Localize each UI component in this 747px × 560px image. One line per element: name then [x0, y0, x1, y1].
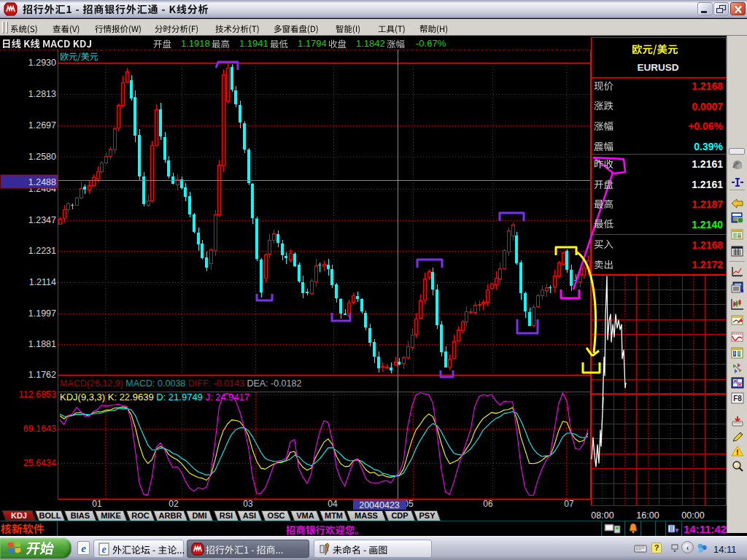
svg-text:1.1997: 1.1997 — [28, 308, 56, 319]
svg-text:07: 07 — [564, 499, 574, 509]
svg-text:1.1762: 1.1762 — [28, 370, 56, 380]
svg-text:1.2140: 1.2140 — [692, 219, 723, 230]
svg-text:04: 04 — [328, 499, 338, 509]
svg-text:1.2161: 1.2161 — [692, 158, 723, 170]
svg-text:25.6434: 25.6434 — [23, 458, 56, 468]
svg-text:112.6853: 112.6853 — [19, 389, 56, 400]
svg-text:1.2168: 1.2168 — [692, 80, 723, 92]
svg-text:1.2172: 1.2172 — [692, 259, 723, 271]
svg-text:1.2161: 1.2161 — [692, 179, 723, 190]
svg-text:1.2697: 1.2697 — [28, 120, 56, 131]
svg-text:1.2813: 1.2813 — [28, 89, 56, 99]
svg-text:1.1881: 1.1881 — [28, 339, 56, 349]
svg-text:03: 03 — [243, 499, 253, 509]
svg-text:06: 06 — [483, 499, 493, 509]
svg-text:08:00: 08:00 — [591, 510, 614, 521]
svg-text:0.39%: 0.39% — [694, 141, 723, 152]
svg-text:16:00: 16:00 — [636, 510, 659, 521]
svg-text:00:00: 00:00 — [681, 510, 704, 521]
svg-text:1.2168: 1.2168 — [692, 239, 723, 251]
svg-text:02: 02 — [169, 499, 179, 509]
svg-text:1.2347: 1.2347 — [28, 215, 56, 225]
svg-text:MACD(26,12,9) MACD: 0.0038 DIF: MACD(26,12,9) MACD: 0.0038 DIFF: -0.0143… — [60, 378, 301, 389]
svg-text:69.1643: 69.1643 — [23, 424, 56, 434]
svg-text:1.2187: 1.2187 — [692, 198, 723, 210]
svg-text:20040423: 20040423 — [359, 500, 400, 510]
svg-text:+0.06%: +0.06% — [688, 120, 723, 132]
svg-text:EURUSD: EURUSD — [637, 62, 678, 73]
svg-text:1.2231: 1.2231 — [28, 246, 56, 256]
svg-text:1.2580: 1.2580 — [28, 152, 56, 162]
svg-text:1.2930: 1.2930 — [28, 58, 56, 68]
svg-text:0.0007: 0.0007 — [692, 101, 723, 112]
svg-text:1.2114: 1.2114 — [29, 277, 56, 287]
svg-text:01: 01 — [92, 499, 102, 509]
svg-text:1.2488: 1.2488 — [28, 177, 56, 187]
